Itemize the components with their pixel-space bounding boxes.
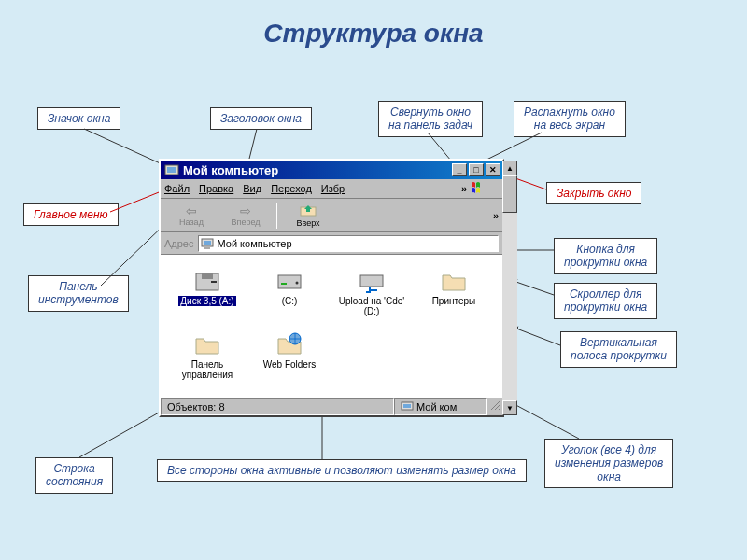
svg-rect-17 [204, 241, 211, 245]
hdd-icon [275, 266, 304, 296]
menu-overflow-icon[interactable]: » [461, 183, 467, 194]
svg-point-24 [296, 282, 299, 285]
menu-file[interactable]: Файл [164, 183, 190, 194]
status-objects: Объектов: 8 [161, 398, 394, 415]
file-item[interactable]: Upload на 'Cde' (D:) [334, 266, 409, 316]
menu-view[interactable]: Вид [243, 183, 261, 194]
floppy-icon [192, 266, 222, 296]
minimize-button[interactable]: _ [452, 163, 467, 176]
callout-scroller: Скроллер для прокрутки окна [554, 283, 657, 319]
computer-icon [201, 237, 214, 250]
file-label: Диск 3,5 (A:) [178, 296, 235, 306]
svg-rect-23 [281, 283, 287, 285]
svg-rect-14 [167, 167, 176, 173]
back-button[interactable]: ⇦ Назад [168, 204, 215, 227]
status-bar: Объектов: 8 Мой ком [161, 397, 502, 415]
callout-resize-sides: Все стороны окна активные и позволяют из… [157, 459, 527, 482]
address-label: Адрес [164, 238, 194, 249]
callout-maximize: Распахнуть окно на весь экран [514, 101, 626, 137]
menu-go[interactable]: Переход [271, 183, 312, 194]
file-item[interactable]: Принтеры [416, 266, 491, 316]
file-label: (C:) [282, 296, 298, 306]
folder-up-icon [300, 203, 317, 218]
svg-line-31 [499, 409, 500, 410]
svg-rect-28 [403, 404, 411, 408]
menu-fav[interactable]: Избр [321, 183, 345, 194]
netdrive-icon [357, 266, 387, 296]
callout-window-title: Заголовок окна [210, 107, 312, 130]
scroll-thumb[interactable] [502, 175, 517, 213]
svg-rect-25 [360, 275, 383, 287]
file-label: Web Folders [263, 359, 317, 370]
file-item[interactable]: Web Folders [252, 329, 327, 380]
status-location: Мой ком [394, 398, 487, 415]
up-button[interactable]: Вверх [285, 203, 331, 228]
callout-window-icon: Значок окна [37, 107, 120, 130]
folder-icon [439, 266, 469, 296]
svg-line-12 [509, 401, 579, 439]
titlebar[interactable]: Мой компьютер _ □ ✕ [161, 161, 502, 179]
windows-logo-icon [471, 181, 489, 196]
svg-rect-18 [204, 247, 210, 249]
toolbar-separator [276, 203, 277, 229]
menu-bar: Файл Правка Вид Переход Избр » [161, 179, 502, 199]
scroll-track[interactable] [502, 213, 517, 400]
address-value: Мой компьютер [218, 238, 292, 249]
folder-icon [192, 329, 222, 359]
svg-line-29 [491, 401, 500, 410]
client-area[interactable]: Диск 3,5 (A:)(C:)Upload на 'Cde' (D:)При… [161, 255, 502, 397]
svg-line-0 [84, 129, 166, 166]
toolbar: ⇦ Назад ⇨ Вперед Вверх » [161, 199, 502, 232]
address-bar: Адрес Мой компьютер [161, 232, 502, 255]
file-label: Принтеры [432, 296, 476, 306]
window-title: Мой компьютер [183, 163, 450, 177]
maximize-button[interactable]: □ [469, 163, 484, 176]
toolbar-overflow-icon[interactable]: » [493, 210, 499, 221]
system-menu-icon[interactable] [164, 162, 179, 177]
svg-line-9 [512, 327, 560, 345]
close-button[interactable]: ✕ [486, 163, 500, 176]
file-item[interactable]: Панель управления [170, 329, 245, 380]
file-item[interactable]: Диск 3,5 (A:) [170, 266, 245, 316]
arrow-left-icon: ⇦ [186, 204, 197, 217]
forward-button[interactable]: ⇨ Вперед [222, 204, 269, 227]
file-label: Панель управления [170, 359, 245, 380]
callout-scroll-button: Кнопка для прокрутки окна [554, 238, 657, 274]
vertical-scrollbar[interactable]: ▲ ▼ [502, 161, 517, 415]
callout-resize-corner: Уголок (все 4) для изменения размеров ок… [544, 439, 673, 488]
svg-rect-20 [202, 273, 213, 279]
callout-toolbar: Панель инструментов [28, 275, 129, 312]
file-item[interactable]: (C:) [252, 266, 327, 316]
callout-close: Закрыть окно [546, 182, 641, 204]
menu-edit[interactable]: Правка [199, 183, 233, 194]
page-title: Структура окна [0, 19, 747, 49]
window: Мой компьютер _ □ ✕ Файл Правка Вид Пере… [159, 159, 504, 417]
webfolder-icon [275, 329, 304, 359]
address-field[interactable]: Мой компьютер [198, 235, 500, 252]
callout-minimize: Свернуть окно на панель задач [378, 101, 483, 137]
callout-statusbar: Строка состояния [35, 457, 113, 494]
scroll-down-button[interactable]: ▼ [502, 400, 517, 415]
callout-vscrollbar: Вертикальная полоса прокрутки [560, 331, 677, 368]
arrow-right-icon: ⇨ [240, 204, 251, 217]
callout-main-menu: Главное меню [23, 203, 119, 226]
svg-rect-21 [211, 281, 217, 283]
resize-grip[interactable] [487, 398, 502, 413]
file-label: Upload на 'Cde' (D:) [334, 296, 409, 316]
scroll-up-button[interactable]: ▲ [502, 161, 517, 175]
